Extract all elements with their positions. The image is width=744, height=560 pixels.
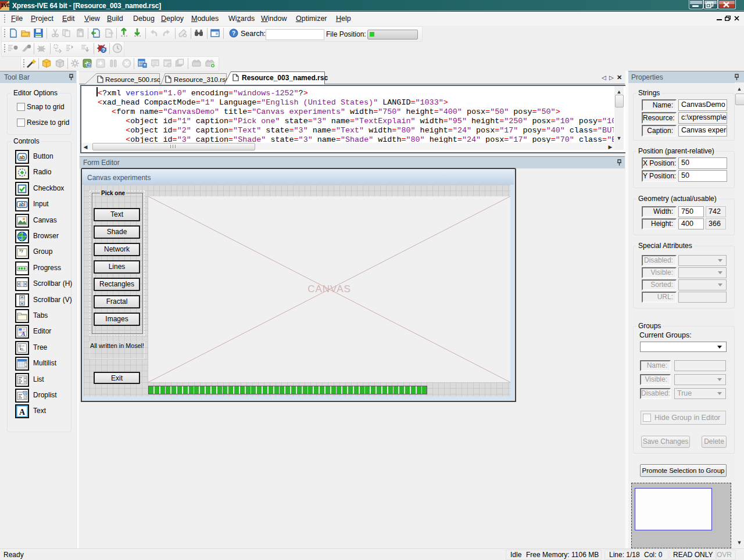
svg-text:abl: abl (19, 202, 25, 207)
svg-text:?: ? (88, 63, 91, 68)
svg-text:?: ? (232, 30, 235, 37)
svg-text:A: A (19, 408, 26, 417)
svg-text:ab: ab (19, 155, 25, 160)
svg-text:?: ? (102, 47, 105, 53)
svg-text:xy: xy (19, 248, 24, 253)
svg-text:A: A (21, 331, 26, 337)
